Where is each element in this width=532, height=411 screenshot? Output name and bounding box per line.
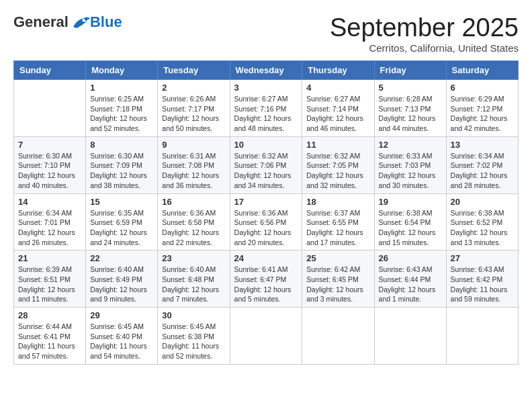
calendar-cell: 5Sunrise: 6:28 AM Sunset: 7:13 PM Daylig… (374, 80, 446, 137)
calendar-cell: 6Sunrise: 6:29 AM Sunset: 7:12 PM Daylig… (446, 80, 518, 137)
calendar-week-3: 14Sunrise: 6:34 AM Sunset: 7:01 PM Dayli… (14, 193, 519, 250)
page-header: General Blue September 2025 Cerritos, Ca… (13, 13, 519, 54)
weekday-header-wednesday: Wednesday (230, 61, 302, 80)
day-info: Sunrise: 6:27 AM Sunset: 7:16 PM Dayligh… (234, 94, 298, 134)
calendar-week-5: 28Sunrise: 6:44 AM Sunset: 6:41 PM Dayli… (14, 308, 519, 365)
day-info: Sunrise: 6:33 AM Sunset: 7:03 PM Dayligh… (379, 151, 442, 191)
calendar-cell (230, 308, 302, 365)
calendar-cell: 22Sunrise: 6:40 AM Sunset: 6:49 PM Dayli… (86, 250, 158, 308)
calendar-cell (446, 308, 518, 365)
day-number: 26 (379, 253, 442, 263)
calendar-cell: 19Sunrise: 6:38 AM Sunset: 6:54 PM Dayli… (374, 193, 446, 250)
logo-blue-text: Blue (90, 13, 122, 31)
day-info: Sunrise: 6:39 AM Sunset: 6:51 PM Dayligh… (18, 265, 81, 304)
day-number: 25 (306, 253, 369, 263)
calendar-cell: 1Sunrise: 6:25 AM Sunset: 7:18 PM Daylig… (86, 80, 158, 137)
day-info: Sunrise: 6:31 AM Sunset: 7:08 PM Dayligh… (162, 151, 225, 191)
day-number: 22 (90, 253, 153, 263)
calendar-cell: 8Sunrise: 6:30 AM Sunset: 7:09 PM Daylig… (86, 136, 158, 193)
day-info: Sunrise: 6:44 AM Sunset: 6:41 PM Dayligh… (18, 322, 81, 361)
calendar-cell: 25Sunrise: 6:42 AM Sunset: 6:45 PM Dayli… (302, 250, 374, 308)
calendar-cell: 30Sunrise: 6:45 AM Sunset: 6:38 PM Dayli… (158, 308, 230, 365)
weekday-header-row: SundayMondayTuesdayWednesdayThursdayFrid… (14, 61, 519, 80)
day-number: 21 (18, 253, 81, 263)
day-number: 12 (379, 140, 442, 150)
day-number: 30 (162, 310, 225, 320)
day-number: 5 (379, 83, 442, 93)
day-info: Sunrise: 6:28 AM Sunset: 7:13 PM Dayligh… (379, 94, 442, 134)
calendar-cell: 26Sunrise: 6:43 AM Sunset: 6:44 PM Dayli… (374, 250, 446, 308)
day-number: 29 (90, 310, 153, 320)
calendar-cell: 27Sunrise: 6:43 AM Sunset: 6:42 PM Dayli… (446, 250, 518, 308)
month-title: September 2025 (330, 13, 519, 42)
day-number: 16 (162, 197, 225, 207)
title-section: September 2025 Cerritos, California, Uni… (330, 13, 519, 54)
day-number: 3 (234, 83, 298, 93)
calendar-cell (302, 308, 374, 365)
day-info: Sunrise: 6:43 AM Sunset: 6:42 PM Dayligh… (451, 265, 514, 304)
day-number: 13 (451, 140, 514, 150)
calendar-cell: 7Sunrise: 6:30 AM Sunset: 7:10 PM Daylig… (14, 136, 86, 193)
day-info: Sunrise: 6:41 AM Sunset: 6:47 PM Dayligh… (234, 265, 298, 304)
weekday-header-monday: Monday (86, 61, 158, 80)
day-info: Sunrise: 6:45 AM Sunset: 6:38 PM Dayligh… (162, 322, 225, 361)
calendar-cell: 28Sunrise: 6:44 AM Sunset: 6:41 PM Dayli… (14, 308, 86, 365)
day-number: 4 (306, 83, 369, 93)
day-info: Sunrise: 6:25 AM Sunset: 7:18 PM Dayligh… (90, 94, 153, 134)
calendar-cell: 4Sunrise: 6:27 AM Sunset: 7:14 PM Daylig… (302, 80, 374, 137)
day-info: Sunrise: 6:26 AM Sunset: 7:17 PM Dayligh… (162, 94, 225, 134)
day-number: 1 (90, 83, 153, 93)
day-number: 19 (379, 197, 442, 207)
calendar-cell: 9Sunrise: 6:31 AM Sunset: 7:08 PM Daylig… (158, 136, 230, 193)
day-info: Sunrise: 6:40 AM Sunset: 6:49 PM Dayligh… (90, 265, 153, 304)
day-info: Sunrise: 6:43 AM Sunset: 6:44 PM Dayligh… (379, 265, 442, 304)
day-info: Sunrise: 6:45 AM Sunset: 6:40 PM Dayligh… (90, 322, 153, 361)
weekday-header-sunday: Sunday (14, 61, 86, 80)
day-number: 11 (306, 140, 369, 150)
day-info: Sunrise: 6:36 AM Sunset: 6:58 PM Dayligh… (162, 208, 225, 248)
day-info: Sunrise: 6:36 AM Sunset: 6:56 PM Dayligh… (234, 208, 298, 248)
weekday-header-friday: Friday (374, 61, 446, 80)
day-info: Sunrise: 6:40 AM Sunset: 6:48 PM Dayligh… (162, 265, 225, 304)
weekday-header-tuesday: Tuesday (158, 61, 230, 80)
calendar-cell: 18Sunrise: 6:37 AM Sunset: 6:55 PM Dayli… (302, 193, 374, 250)
calendar-cell: 24Sunrise: 6:41 AM Sunset: 6:47 PM Dayli… (230, 250, 302, 308)
calendar-cell: 17Sunrise: 6:36 AM Sunset: 6:56 PM Dayli… (230, 193, 302, 250)
weekday-header-thursday: Thursday (302, 61, 374, 80)
logo: General Blue (13, 13, 122, 31)
day-info: Sunrise: 6:34 AM Sunset: 7:02 PM Dayligh… (451, 151, 514, 191)
day-number: 8 (90, 140, 153, 150)
calendar-cell: 11Sunrise: 6:32 AM Sunset: 7:05 PM Dayli… (302, 136, 374, 193)
calendar-week-1: 1Sunrise: 6:25 AM Sunset: 7:18 PM Daylig… (14, 80, 519, 137)
calendar-cell: 16Sunrise: 6:36 AM Sunset: 6:58 PM Dayli… (158, 193, 230, 250)
day-info: Sunrise: 6:27 AM Sunset: 7:14 PM Dayligh… (306, 94, 369, 134)
day-number: 15 (90, 197, 153, 207)
day-info: Sunrise: 6:29 AM Sunset: 7:12 PM Dayligh… (451, 94, 514, 134)
day-number: 27 (451, 253, 514, 263)
calendar-cell: 14Sunrise: 6:34 AM Sunset: 7:01 PM Dayli… (14, 193, 86, 250)
calendar-week-4: 21Sunrise: 6:39 AM Sunset: 6:51 PM Dayli… (14, 250, 519, 308)
calendar-cell: 13Sunrise: 6:34 AM Sunset: 7:02 PM Dayli… (446, 136, 518, 193)
day-info: Sunrise: 6:34 AM Sunset: 7:01 PM Dayligh… (18, 208, 81, 248)
day-number: 20 (451, 197, 514, 207)
calendar-cell: 29Sunrise: 6:45 AM Sunset: 6:40 PM Dayli… (86, 308, 158, 365)
day-info: Sunrise: 6:32 AM Sunset: 7:06 PM Dayligh… (234, 151, 298, 191)
day-info: Sunrise: 6:37 AM Sunset: 6:55 PM Dayligh… (306, 208, 369, 248)
day-number: 24 (234, 253, 298, 263)
day-number: 2 (162, 83, 225, 93)
logo-general-text: General (13, 13, 69, 31)
calendar-week-2: 7Sunrise: 6:30 AM Sunset: 7:10 PM Daylig… (14, 136, 519, 193)
day-number: 10 (234, 140, 298, 150)
calendar-cell: 15Sunrise: 6:35 AM Sunset: 6:59 PM Dayli… (86, 193, 158, 250)
day-number: 23 (162, 253, 225, 263)
calendar-cell (374, 308, 446, 365)
calendar-cell: 3Sunrise: 6:27 AM Sunset: 7:16 PM Daylig… (230, 80, 302, 137)
day-info: Sunrise: 6:30 AM Sunset: 7:10 PM Dayligh… (18, 151, 81, 191)
day-number: 14 (18, 197, 81, 207)
location-subtitle: Cerritos, California, United States (330, 42, 519, 54)
day-info: Sunrise: 6:42 AM Sunset: 6:45 PM Dayligh… (306, 265, 369, 304)
calendar-cell: 10Sunrise: 6:32 AM Sunset: 7:06 PM Dayli… (230, 136, 302, 193)
day-info: Sunrise: 6:32 AM Sunset: 7:05 PM Dayligh… (306, 151, 369, 191)
calendar-cell: 12Sunrise: 6:33 AM Sunset: 7:03 PM Dayli… (374, 136, 446, 193)
day-number: 6 (451, 83, 514, 93)
